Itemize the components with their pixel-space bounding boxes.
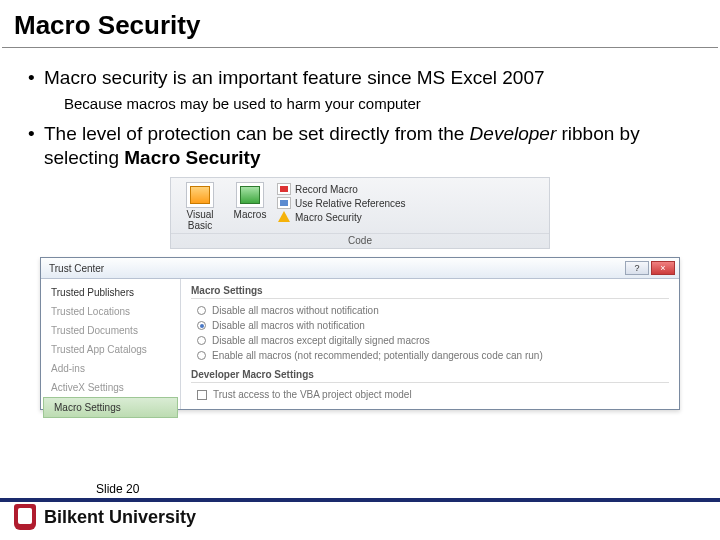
record-macro-button[interactable]: Record Macro: [277, 183, 406, 195]
opt-disable-with-notification[interactable]: Disable all macros with notification: [191, 318, 669, 333]
footer: Slide 20 Bilkent University: [0, 478, 720, 540]
dialog-title-text: Trust Center: [49, 263, 104, 274]
opt-trust-vba[interactable]: Trust access to the VBA project object m…: [191, 387, 669, 402]
sidebar-activex-settings[interactable]: ActiveX Settings: [41, 378, 180, 397]
slide-number: Slide 20: [0, 478, 720, 498]
dialog-titlebar: Trust Center ? ×: [41, 258, 679, 279]
record-macro-label: Record Macro: [295, 184, 358, 195]
visual-basic-label: Visual Basic: [177, 210, 223, 231]
dialog-main-panel: Macro Settings Disable all macros withou…: [181, 279, 679, 409]
macros-label: Macros: [234, 210, 267, 221]
close-button[interactable]: ×: [651, 261, 675, 275]
bullet-2-ms: Macro Security: [124, 147, 260, 168]
trust-center-dialog: Trust Center ? × Trusted Publishers Trus…: [40, 257, 680, 410]
radio-icon: [197, 351, 206, 360]
sidebar-trusted-documents[interactable]: Trusted Documents: [41, 321, 180, 340]
brand-area: Bilkent University: [0, 502, 720, 540]
bullet-2-dev: Developer: [470, 123, 557, 144]
sidebar-trusted-publishers[interactable]: Trusted Publishers: [41, 283, 180, 302]
sidebar-addins[interactable]: Add-ins: [41, 359, 180, 378]
relative-refs-label: Use Relative References: [295, 198, 406, 209]
opt-enable-all[interactable]: Enable all macros (not recommended; pote…: [191, 348, 669, 363]
record-macro-icon: [277, 183, 291, 195]
ribbon-code-group: Visual Basic Macros Record Macro Use Rel…: [170, 177, 550, 249]
help-button[interactable]: ?: [625, 261, 649, 275]
dev-opt-label: Trust access to the VBA project object m…: [213, 389, 412, 400]
dialog-sidebar: Trusted Publishers Trusted Locations Tru…: [41, 279, 181, 409]
visual-basic-button[interactable]: Visual Basic: [177, 182, 223, 231]
sidebar-trusted-app-catalogs[interactable]: Trusted App Catalogs: [41, 340, 180, 359]
developer-macro-heading: Developer Macro Settings: [191, 369, 669, 383]
macro-security-button[interactable]: Macro Security: [277, 211, 406, 223]
opt3-label: Disable all macros except digitally sign…: [212, 335, 430, 346]
checkbox-icon: [197, 390, 207, 400]
shield-warning-icon: [277, 211, 291, 223]
ribbon-group-label: Code: [171, 233, 549, 248]
bullet-2: The level of protection can be set direc…: [24, 122, 696, 171]
radio-icon: [197, 306, 206, 315]
sidebar-macro-settings[interactable]: Macro Settings: [43, 397, 178, 418]
relative-refs-icon: [277, 197, 291, 209]
macros-icon: [236, 182, 264, 208]
page-title: Macro Security: [0, 0, 720, 47]
radio-selected-icon: [197, 321, 206, 330]
brand-text: Bilkent University: [44, 507, 196, 528]
content-area: Macro security is an important feature s…: [0, 48, 720, 410]
macro-security-label: Macro Security: [295, 212, 362, 223]
sidebar-trusted-locations[interactable]: Trusted Locations: [41, 302, 180, 321]
opt-disable-no-notification[interactable]: Disable all macros without notification: [191, 303, 669, 318]
bullet-1: Macro security is an important feature s…: [24, 66, 696, 91]
relative-refs-button[interactable]: Use Relative References: [277, 197, 406, 209]
opt4-label: Enable all macros (not recommended; pote…: [212, 350, 543, 361]
bullet-2-pre: The level of protection can be set direc…: [44, 123, 470, 144]
macro-settings-heading: Macro Settings: [191, 285, 669, 299]
radio-icon: [197, 336, 206, 345]
opt2-label: Disable all macros with notification: [212, 320, 365, 331]
opt-disable-except-signed[interactable]: Disable all macros except digitally sign…: [191, 333, 669, 348]
bullet-1-sub: Because macros may be used to harm your …: [24, 95, 696, 112]
opt1-label: Disable all macros without notification: [212, 305, 379, 316]
visual-basic-icon: [186, 182, 214, 208]
macros-button[interactable]: Macros: [227, 182, 273, 221]
bilkent-crest-icon: [14, 504, 36, 530]
